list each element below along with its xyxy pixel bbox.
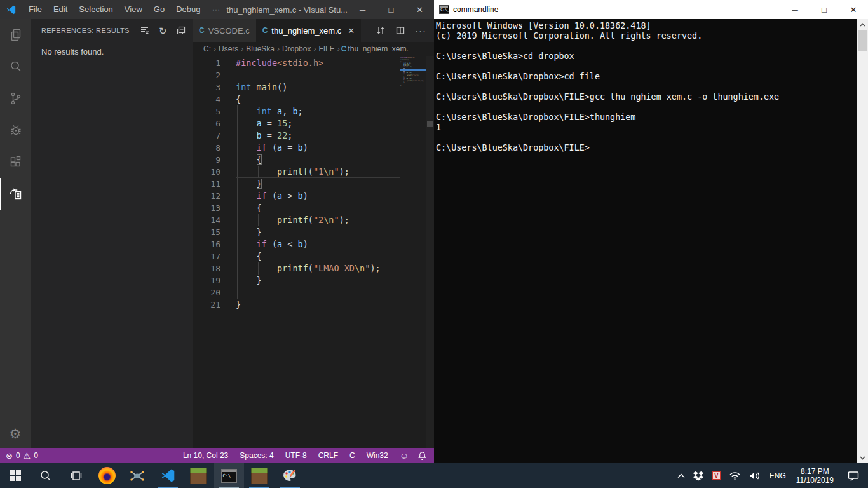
notifications-bell-icon[interactable] (414, 451, 434, 460)
start-button[interactable] (0, 463, 31, 488)
code-line-2[interactable] (236, 69, 400, 81)
minecraft-button-2[interactable] (244, 463, 275, 488)
code-line-6[interactable]: a = 15; (236, 118, 400, 130)
code-line-20[interactable] (236, 287, 400, 299)
code-editor[interactable]: 123456789101112131415161718192021 #inclu… (193, 56, 434, 448)
v-antivirus-tray-icon[interactable]: V (708, 463, 725, 488)
breadcrumb-item[interactable]: C: (202, 44, 212, 53)
status-item[interactable]: C (344, 451, 361, 460)
scroll-down-icon[interactable] (857, 452, 868, 463)
taskbar-search-button[interactable] (31, 463, 61, 488)
refresh-icon[interactable]: ↻ (159, 26, 167, 36)
code-line-10[interactable]: printf("1\n"); (236, 166, 400, 178)
menu-item-[interactable]: ··· (206, 0, 226, 19)
paint-app-button[interactable] (275, 463, 305, 488)
scrollbar-thumb[interactable] (858, 30, 867, 51)
vscode-logo-icon (6, 4, 17, 15)
breadcrumb-item[interactable]: FILE (317, 44, 336, 53)
windows-logo-icon (10, 470, 21, 481)
status-item[interactable]: Win32 (361, 451, 394, 460)
settings-gear-icon[interactable]: ⚙ (0, 426, 31, 442)
code-line-19[interactable]: } (236, 274, 400, 287)
problems-status[interactable]: ⊗ 0 ⚠ 0 (0, 451, 38, 461)
speaker-icon[interactable] (745, 463, 764, 488)
code-line-4[interactable]: { (236, 93, 400, 105)
wifi-icon[interactable] (725, 463, 745, 488)
line-number: 1 (193, 57, 223, 69)
tab-vscode-c[interactable]: C VSCODE.c (193, 19, 256, 42)
status-item[interactable]: CRLF (313, 451, 344, 460)
cmd-taskbar-button[interactable] (214, 463, 244, 488)
code-line-8[interactable]: if (a = b) (236, 142, 400, 154)
action-center-icon[interactable] (839, 463, 868, 488)
code-content[interactable]: #include<stdio.h> int main(){ int a, b; … (236, 57, 400, 311)
terminal-line (436, 41, 857, 51)
references-icon[interactable] (0, 178, 31, 210)
editor-scrollbar[interactable] (426, 56, 434, 448)
explorer-icon[interactable] (0, 19, 31, 51)
menu-item-debug[interactable]: Debug (170, 0, 206, 19)
menu-item-view[interactable]: View (119, 0, 148, 19)
status-item[interactable]: Ln 10, Col 23 (177, 451, 234, 460)
close-icon[interactable]: ✕ (839, 0, 868, 19)
breadcrumb-item[interactable]: Dropbox (281, 44, 312, 53)
code-line-13[interactable]: { (236, 202, 400, 214)
code-line-12[interactable]: if (a > b) (236, 190, 400, 202)
code-line-7[interactable]: b = 22; (236, 130, 400, 142)
code-line-9[interactable]: { (236, 154, 400, 166)
close-icon[interactable]: ✕ (405, 0, 434, 19)
collapse-all-icon[interactable] (176, 25, 186, 36)
maximize-icon[interactable]: □ (810, 0, 839, 19)
line-number: 17 (193, 250, 223, 262)
language-indicator[interactable]: ENG (764, 471, 791, 480)
breadcrumb-file[interactable]: thu_nghiem_xem. (346, 44, 408, 53)
packet-tracer-button[interactable] (122, 463, 153, 488)
menu-item-go[interactable]: Go (148, 0, 170, 19)
terminal-output[interactable]: Microsoft Windows [Version 10.0.18362.41… (434, 19, 857, 463)
minimize-icon[interactable]: ─ (780, 0, 810, 19)
code-line-17[interactable]: { (236, 250, 400, 262)
status-item[interactable]: UTF-8 (280, 451, 313, 460)
terminal-scrollbar[interactable] (857, 19, 868, 463)
code-line-21[interactable]: } (236, 299, 400, 311)
clear-results-icon[interactable] (140, 25, 150, 36)
status-right: Ln 10, Col 23Spaces: 4UTF-8CRLFCWin32☺ (177, 451, 434, 461)
minecraft-button-1[interactable] (183, 463, 214, 488)
breadcrumb-item[interactable]: BlueSka (245, 44, 276, 53)
menu-item-edit[interactable]: Edit (48, 0, 73, 19)
firefox-button[interactable] (92, 463, 122, 488)
minimap[interactable]: #include<stdio.h> int main(){ int a, b; … (400, 57, 426, 86)
compare-changes-icon[interactable] (376, 25, 386, 36)
clock[interactable]: 8:17 PM 11/10/2019 (791, 467, 839, 485)
status-item[interactable]: Spaces: 4 (234, 451, 279, 460)
editor-scrollbar-thumb[interactable] (427, 121, 433, 127)
maximize-icon[interactable]: □ (377, 0, 405, 19)
task-view-button[interactable] (61, 463, 92, 488)
extensions-icon[interactable] (0, 146, 31, 178)
code-line-14[interactable]: printf("2\n"); (236, 214, 400, 226)
code-line-3[interactable]: int main() (236, 81, 400, 93)
split-editor-icon[interactable] (395, 25, 405, 36)
tab-label: VSCODE.c (208, 26, 250, 36)
scroll-up-icon[interactable] (857, 19, 868, 30)
search-icon[interactable] (0, 51, 31, 83)
code-line-15[interactable]: } (236, 226, 400, 238)
feedback-smiley-icon[interactable]: ☺ (394, 451, 414, 461)
code-line-5[interactable]: int a, b; (236, 105, 400, 118)
minimize-icon[interactable]: ─ (348, 0, 377, 19)
vscode-taskbar-button[interactable] (153, 463, 183, 488)
source-control-icon[interactable] (0, 83, 31, 114)
tab-close-icon[interactable]: ✕ (348, 26, 355, 36)
more-actions-icon[interactable]: ··· (415, 25, 426, 36)
debug-icon[interactable] (0, 114, 31, 146)
code-line-11[interactable]: } (236, 178, 400, 190)
code-line-18[interactable]: printf("LMAO XD\n"); (236, 262, 400, 274)
code-line-1[interactable]: #include<stdio.h> (236, 57, 400, 69)
breadcrumb-item[interactable]: Users (217, 44, 240, 53)
code-line-16[interactable]: if (a < b) (236, 238, 400, 250)
tray-chevron-up-icon[interactable] (674, 463, 689, 488)
tab-thu-nghiem-xem-c[interactable]: C thu_nghiem_xem.c ✕ (256, 19, 361, 42)
menu-item-selection[interactable]: Selection (73, 0, 118, 19)
menu-item-file[interactable]: File (23, 0, 48, 19)
dropbox-icon[interactable] (689, 463, 708, 488)
